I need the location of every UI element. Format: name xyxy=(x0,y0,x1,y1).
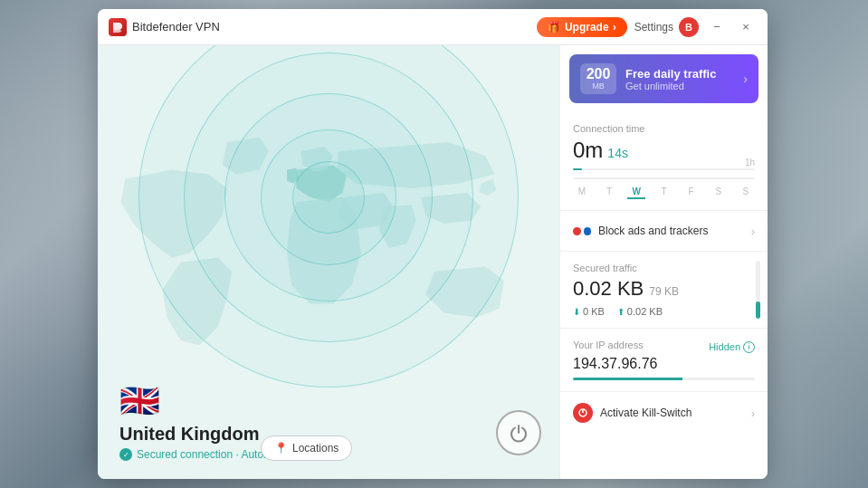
title-bar-controls: 🎁 Upgrade › Settings B − × xyxy=(537,16,757,38)
secured-traffic-label: Secured traffic xyxy=(573,263,755,273)
location-pin-icon: 📍 xyxy=(274,442,288,455)
traffic-badge: 200 MB xyxy=(580,63,616,94)
connection-time-bar2 xyxy=(573,177,755,179)
power-button[interactable] xyxy=(496,410,541,455)
weekday-s2: S xyxy=(737,187,755,199)
weekday-t1: T xyxy=(600,187,618,199)
weekday-t2: T xyxy=(654,187,672,199)
locations-button[interactable]: 📍 Locations xyxy=(261,435,352,461)
kill-switch-row[interactable]: Activate Kill-Switch › xyxy=(560,392,768,434)
connection-time-section: Connection time 0m 14s 1h M T W T F S xyxy=(560,112,768,211)
ip-section: Your IP address Hidden i 194.37.96.76 xyxy=(560,329,768,392)
secured-traffic-section: Secured traffic 0.02 KB 79 KB ⬇ 0 KB ⬆ 0… xyxy=(560,252,768,329)
main-content: 🇬🇧 United Kingdom Secured connection · A… xyxy=(98,45,768,479)
ip-label: Your IP address xyxy=(573,340,644,350)
block-ads-arrow-icon: › xyxy=(751,225,755,238)
user-avatar[interactable]: B xyxy=(679,17,699,37)
traffic-kb-main: 0.02 KB 79 KB xyxy=(573,277,755,301)
download-stat: ⬇ 0 KB xyxy=(573,306,605,317)
weekday-f: F xyxy=(682,187,701,199)
right-panel: 200 MB Free daily traffic Get unlimited … xyxy=(559,45,768,479)
block-ads-icon xyxy=(573,222,591,240)
traffic-banner-arrow-icon: › xyxy=(743,72,748,86)
country-flag: 🇬🇧 xyxy=(119,382,290,420)
traffic-stats: ⬇ 0 KB ⬆ 0.02 KB xyxy=(573,306,755,317)
connection-time-label: Connection time xyxy=(573,123,755,134)
traffic-vertical-bar-fill xyxy=(756,301,760,319)
settings-label[interactable]: Settings xyxy=(634,21,673,33)
ip-header: Your IP address Hidden i xyxy=(573,340,755,354)
weekday-w: W xyxy=(627,187,645,199)
app-title: Bitdefender VPN xyxy=(132,20,220,33)
gift-icon: 🎁 xyxy=(548,21,561,33)
block-ads-row[interactable]: Block ads and trackers › xyxy=(560,211,768,252)
upgrade-button[interactable]: 🎁 Upgrade › xyxy=(537,17,627,37)
settings-area: Settings B xyxy=(634,17,699,37)
ip-bar xyxy=(573,378,755,380)
ip-hidden-label: Hidden i xyxy=(709,341,755,353)
upload-arrow-icon: ⬆ xyxy=(617,307,625,317)
title-bar: Bitdefender VPN 🎁 Upgrade › Settings B −… xyxy=(98,9,768,45)
app-logo-icon xyxy=(109,18,127,36)
weekday-m: M xyxy=(573,187,591,199)
minimize-button[interactable]: − xyxy=(706,16,728,38)
upgrade-arrow-icon: › xyxy=(613,21,616,33)
download-arrow-icon: ⬇ xyxy=(573,307,580,317)
map-area: 🇬🇧 United Kingdom Secured connection · A… xyxy=(98,45,559,479)
traffic-text: Free daily traffic Get unlimited xyxy=(625,67,734,91)
weekdays: M T W T F S S xyxy=(573,187,755,199)
ip-address-value: 194.37.96.76 xyxy=(573,356,755,372)
time-display: 0m 14s xyxy=(573,138,755,163)
upload-stat: ⬆ 0.02 KB xyxy=(617,306,663,317)
app-logo-area: Bitdefender VPN xyxy=(109,18,537,36)
weekday-s1: S xyxy=(710,187,728,199)
secured-status-icon xyxy=(119,448,132,461)
kill-switch-arrow-icon: › xyxy=(751,407,755,420)
kill-switch-icon xyxy=(573,403,593,423)
connection-time-bar: 1h xyxy=(573,168,755,170)
traffic-banner[interactable]: 200 MB Free daily traffic Get unlimited … xyxy=(569,54,758,103)
close-button[interactable]: × xyxy=(735,16,757,38)
traffic-vertical-bar xyxy=(756,261,760,319)
info-icon: i xyxy=(743,341,755,353)
app-window: Bitdefender VPN 🎁 Upgrade › Settings B −… xyxy=(98,9,768,479)
